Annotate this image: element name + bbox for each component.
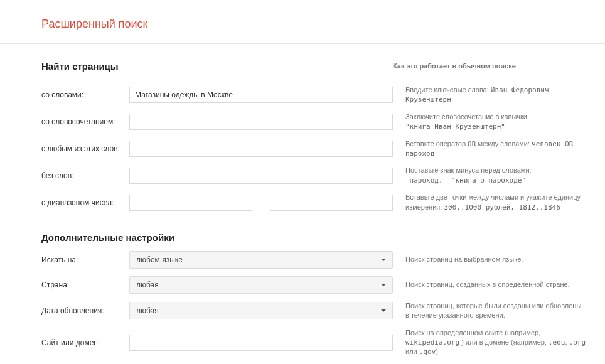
- range-help: Вставьте две точки между числами и укажи…: [393, 193, 586, 212]
- section-additional-title: Дополнительные настройки: [41, 232, 586, 244]
- caret-down-icon: [381, 259, 386, 261]
- language-label: Искать на:: [41, 255, 129, 264]
- caret-down-icon: [381, 309, 386, 312]
- site-help: Поиск на определенном сайте (например, w…: [393, 328, 586, 357]
- language-help: Поиск страниц на выбранном языке.: [393, 255, 586, 264]
- site-input[interactable]: [129, 335, 393, 351]
- any-words-help: Вставьте оператор OR между словами: чело…: [393, 139, 586, 159]
- range-label: с диапазоном чисел:: [41, 198, 129, 207]
- country-label: Страна:: [41, 281, 129, 289]
- range-to-input[interactable]: [270, 195, 393, 211]
- range-separator: –: [259, 198, 263, 207]
- help-column-title: Как это работает в обычном поиске: [393, 60, 516, 72]
- none-words-input[interactable]: [129, 168, 393, 184]
- page-header: Расширенный поиск: [0, 0, 605, 44]
- site-label: Сайт или домен:: [41, 338, 129, 347]
- update-label: Дата обновления:: [41, 306, 129, 315]
- update-help: Поиск страниц, которые были созданы или …: [393, 301, 586, 321]
- country-help: Поиск страниц, созданных в определенной …: [393, 280, 586, 289]
- page-title: Расширенный поиск: [41, 18, 605, 31]
- exact-phrase-help: Заключите словосочетание в кавычки: "кни…: [393, 112, 586, 132]
- country-select[interactable]: любая: [129, 276, 393, 294]
- none-words-label: без слов:: [41, 171, 129, 180]
- any-words-label: с любым из этих слов:: [41, 144, 129, 153]
- section-find-pages-title: Найти страницы: [41, 60, 393, 72]
- caret-down-icon: [381, 284, 386, 286]
- all-words-input[interactable]: [129, 87, 393, 103]
- range-from-input[interactable]: [129, 195, 252, 211]
- exact-phrase-label: со словосочетанием:: [41, 117, 129, 126]
- language-select[interactable]: любом языке: [129, 251, 393, 269]
- any-words-input[interactable]: [129, 141, 393, 157]
- all-words-label: со словами:: [41, 90, 129, 99]
- exact-phrase-input[interactable]: [129, 114, 393, 130]
- all-words-help: Введите ключевые слова: Иван Федорович К…: [393, 85, 586, 105]
- none-words-help: Поставьте знак минуса перед словами: -па…: [393, 166, 586, 185]
- update-select[interactable]: любая: [129, 302, 393, 319]
